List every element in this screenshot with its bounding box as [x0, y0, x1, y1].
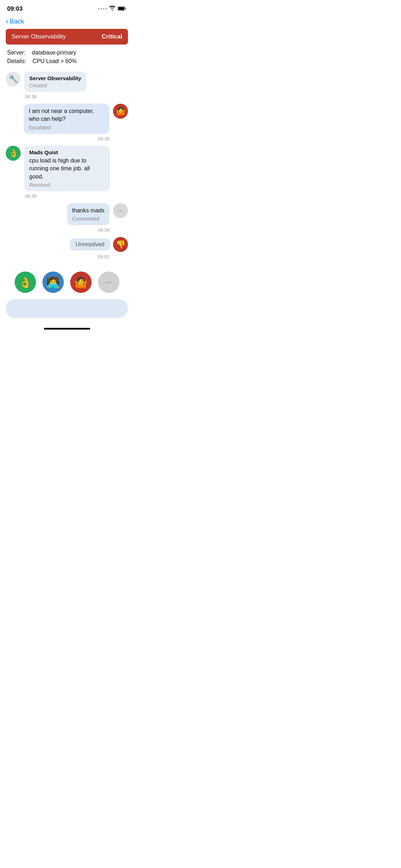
time-2: 08:38 — [6, 136, 128, 141]
alert-banner: Server Observability Critical — [6, 29, 128, 45]
bubble-status-2: Escalated — [29, 125, 104, 130]
battery-icon — [118, 6, 127, 12]
details-row: Details: CPU Load > 60% — [7, 58, 127, 64]
action-btn-ok[interactable]: 👌 — [15, 272, 36, 293]
message-row-2: 🤷 I am not near a computer, who can help… — [6, 104, 128, 134]
action-btn-comment[interactable]: ··· — [98, 272, 119, 293]
svg-rect-1 — [118, 7, 124, 10]
message-row-1: 🔧 Server Observability Created — [6, 72, 128, 92]
server-value: database-primary — [32, 50, 76, 56]
bubble-sender-3: Mads Quist — [29, 149, 105, 155]
unresolved-badge: Unresolved — [70, 238, 110, 250]
message-input[interactable] — [6, 299, 128, 318]
bubble-sender-1: Server Observability — [29, 75, 81, 81]
server-label: Server: — [7, 50, 26, 56]
signal-icon — [98, 8, 107, 10]
details-value: CPU Load > 60% — [32, 58, 77, 64]
bubble-text-3: cpu load is high due to running one time… — [29, 157, 105, 181]
bubble-wrap-2: I am not near a computer, who can help? … — [24, 104, 109, 134]
avatar-comment: ··· — [113, 203, 128, 218]
message-row-3: 👌 Mads Quist cpu load is high due to run… — [6, 146, 128, 191]
time-unresolved: 09:02 — [6, 254, 128, 259]
home-indicator — [0, 325, 134, 332]
avatar-mads: 👌 — [6, 146, 21, 161]
back-label: Back — [10, 18, 24, 25]
status-time: 09:03 — [7, 5, 22, 12]
bubble-text-4: thanks mads — [72, 207, 104, 215]
time-1: 08:38 — [6, 94, 128, 99]
avatar-thumbdown: 👎 — [113, 237, 128, 252]
bubble-1: Server Observability Created — [24, 72, 86, 92]
action-btn-laptop[interactable]: 👩‍💻 — [42, 272, 64, 293]
bubble-3: Mads Quist cpu load is high due to runni… — [24, 146, 110, 191]
home-bar — [44, 328, 90, 330]
details-label: Details: — [7, 58, 26, 64]
server-row: Server: database-primary — [7, 50, 127, 56]
bubble-status-3: Resolved — [29, 182, 105, 188]
alert-details: Server: database-primary Details: CPU Lo… — [0, 45, 134, 69]
unresolved-badge-wrap: 👎 Unresolved — [70, 237, 128, 252]
unresolved-row: 👎 Unresolved — [6, 237, 128, 252]
nav-bar: ‹ Back — [0, 16, 134, 29]
wifi-icon — [109, 6, 115, 12]
bubble-wrap-4: thanks mads Commented — [67, 203, 109, 225]
bubble-status-4: Commented — [72, 216, 104, 222]
message-row-4: ··· thanks mads Commented — [6, 203, 128, 225]
bubble-text-2: I am not near a computer, who can help? — [29, 107, 104, 123]
back-button[interactable]: ‹ Back — [6, 18, 24, 25]
alert-banner-badge: Critical — [102, 33, 122, 40]
alert-banner-title: Server Observability — [11, 33, 66, 40]
action-btn-shrug[interactable]: 🤷 — [70, 272, 92, 293]
bubble-wrap-1: Server Observability Created — [24, 72, 86, 92]
status-bar: 09:03 — [0, 0, 134, 16]
time-3: 08:39 — [6, 193, 128, 199]
avatar-escalate: 🤷 — [113, 104, 128, 119]
action-row: 👌 👩‍💻 🤷 ··· — [0, 265, 134, 297]
avatar-system: 🔧 — [6, 72, 21, 87]
bubble-4: thanks mads Commented — [67, 203, 109, 225]
chat-area: 🔧 Server Observability Created 08:38 🤷 I… — [0, 69, 134, 265]
time-4: 08:39 — [6, 227, 128, 233]
bubble-2: I am not near a computer, who can help? … — [24, 104, 109, 134]
bubble-wrap-3: Mads Quist cpu load is high due to runni… — [24, 146, 110, 191]
bubble-status-1: Created — [29, 83, 81, 88]
back-chevron-icon: ‹ — [6, 17, 8, 25]
status-icons — [98, 6, 127, 12]
